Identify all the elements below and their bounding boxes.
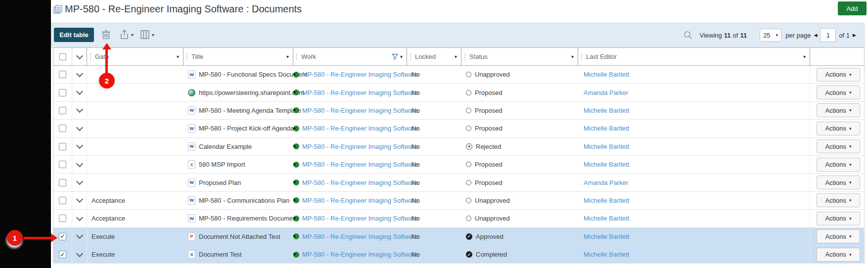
row-checkbox[interactable] (59, 143, 66, 150)
page-size-select[interactable]: 25 ▾ (760, 29, 781, 42)
xml-file-icon: X (188, 160, 195, 169)
row-checkbox[interactable] (59, 197, 66, 204)
row-expand-chevron-icon[interactable] (76, 160, 83, 167)
actions-button[interactable]: Actions ▾ (817, 122, 860, 135)
work-link[interactable]: MP-580 - Re-Engineer Imaging Software (302, 71, 418, 78)
row-checkbox[interactable] (59, 179, 66, 186)
globe-file-icon (188, 89, 195, 96)
row-checkbox-checked[interactable]: ✓ (59, 251, 66, 258)
last-editor-link[interactable]: Michelle Bartlett (584, 251, 629, 258)
edit-table-button[interactable]: Edit table (54, 28, 94, 42)
actions-button[interactable]: Actions ▾ (817, 229, 860, 243)
row-expand-chevron-icon[interactable] (76, 70, 83, 77)
annotation-step-1-balloon: 1 (7, 230, 23, 246)
sort-caret-icon[interactable]: ▾ (286, 54, 289, 59)
work-link[interactable]: MP-580 - Re-Engineer Imaging Software (302, 251, 418, 258)
table-toolbar: Edit table ▾ (51, 23, 865, 47)
delete-button[interactable] (101, 29, 111, 40)
actions-caret-icon: ▾ (849, 162, 852, 167)
actions-button[interactable]: Actions ▾ (817, 248, 860, 262)
work-link[interactable]: MP-580 - Re-Engineer Imaging Software (302, 107, 418, 114)
actions-button[interactable]: Actions ▾ (817, 212, 860, 225)
sort-caret-icon[interactable]: ▾ (177, 54, 179, 59)
row-expand-chevron-icon[interactable] (76, 142, 83, 149)
row-checkbox[interactable] (59, 161, 66, 168)
sort-caret-icon[interactable]: ▾ (803, 54, 806, 59)
actions-button[interactable]: Actions ▾ (817, 176, 860, 189)
add-button[interactable]: Add (838, 1, 867, 15)
document-title: MP-580 - Meeting Agenda Template (199, 107, 301, 114)
last-editor-link[interactable]: Michelle Bartlett (584, 197, 629, 204)
search-icon[interactable] (683, 30, 693, 40)
filter-icon[interactable] (392, 53, 398, 60)
status-open-icon (466, 90, 471, 95)
word-file-icon: W (188, 179, 195, 187)
row-expand-chevron-icon[interactable] (76, 214, 83, 221)
column-header-gate[interactable]: Gate ▾ (87, 48, 183, 65)
column-header-work[interactable]: Work ▾ (293, 48, 407, 65)
status-open-icon (466, 108, 471, 113)
column-header-last-editor[interactable]: Last Editor ▾ (578, 48, 810, 65)
last-editor-link[interactable]: Amanda Parker (584, 179, 628, 186)
last-editor-link[interactable]: Michelle Bartlett (584, 161, 629, 168)
last-editor-link[interactable]: Michelle Bartlett (584, 125, 629, 132)
actions-button[interactable]: Actions ▾ (817, 86, 860, 99)
work-link[interactable]: MP-580 - Re-Engineer Imaging Software (302, 143, 418, 150)
table-row: ✓ Execute P Document Not Attached Test M… (53, 228, 864, 246)
gate-cell: Execute (91, 233, 115, 240)
row-checkbox[interactable] (59, 125, 66, 132)
work-link[interactable]: MP-580 - Re-Engineer Imaging Software (302, 161, 418, 168)
next-page-icon[interactable]: ▶ (853, 33, 856, 38)
last-editor-link[interactable]: Michelle Bartlett (584, 143, 629, 150)
columns-button[interactable]: ▾ (139, 29, 154, 40)
sort-caret-icon[interactable]: ▾ (455, 54, 457, 59)
last-editor-link[interactable]: Michelle Bartlett (584, 215, 629, 222)
select-all-checkbox[interactable] (53, 48, 72, 65)
row-checkbox[interactable] (59, 71, 66, 78)
work-link[interactable]: MP-580 - Re-Engineer Imaging Software (302, 89, 418, 96)
column-header-status[interactable]: Status ▾ (461, 48, 578, 65)
actions-button[interactable]: Actions ▾ (817, 68, 860, 82)
table-row: W Proposed Plan MP-580 - Re-Engineer Ima… (53, 174, 864, 191)
last-editor-link[interactable]: Michelle Bartlett (584, 71, 629, 78)
column-header-title[interactable]: Title ▾ (183, 48, 293, 65)
row-checkbox[interactable] (59, 89, 66, 96)
page-number-input[interactable]: 1 (820, 28, 836, 42)
column-header-locked[interactable]: Locked ▾ (407, 48, 461, 65)
actions-button[interactable]: Actions ▾ (817, 103, 860, 117)
row-expand-chevron-icon[interactable] (76, 250, 83, 257)
prev-page-icon[interactable]: ◀ (814, 33, 817, 38)
work-link[interactable]: MP-580 - Re-Engineer Imaging Software (302, 197, 418, 204)
row-checkbox-checked[interactable]: ✓ (59, 233, 66, 240)
last-editor-link[interactable]: Amanda Parker (584, 89, 628, 96)
sort-caret-icon[interactable]: ▾ (400, 54, 403, 59)
annotation-arrow-2-shaft (105, 49, 108, 74)
row-checkbox[interactable] (59, 215, 66, 222)
work-link[interactable]: MP-580 - Re-Engineer Imaging Software (302, 215, 418, 222)
word-file-icon: W (188, 142, 195, 151)
work-link[interactable]: MP-580 - Re-Engineer Imaging Software (302, 179, 418, 186)
actions-button[interactable]: Actions ▾ (817, 193, 860, 207)
actions-button[interactable]: Actions ▾ (817, 139, 860, 153)
row-expand-chevron-icon[interactable] (76, 88, 83, 95)
row-expand-chevron-icon[interactable] (76, 196, 83, 203)
row-checkbox[interactable] (59, 107, 66, 114)
actions-button[interactable]: Actions ▾ (817, 158, 860, 172)
expand-all-header[interactable] (72, 48, 87, 65)
last-editor-link[interactable]: Michelle Bartlett (584, 107, 629, 114)
work-link[interactable]: MP-580 - Re-Engineer Imaging Software (302, 233, 418, 240)
work-link[interactable]: MP-580 - Re-Engineer Imaging Software (302, 125, 418, 132)
table-row: W Calendar Example MP-580 - Re-Engineer … (53, 138, 864, 156)
document-title: Document Test (199, 251, 241, 258)
gate-cell: Acceptance (91, 215, 125, 222)
drag-handle-icon (186, 53, 188, 60)
row-expand-chevron-icon[interactable] (76, 178, 83, 185)
row-expand-chevron-icon[interactable] (76, 124, 83, 131)
document-title: Calendar Example (199, 143, 252, 150)
row-expand-chevron-icon[interactable] (76, 232, 83, 239)
last-editor-link[interactable]: Michelle Bartlett (584, 233, 629, 240)
annotation-arrow-1-head-icon (51, 233, 57, 242)
row-expand-chevron-icon[interactable] (76, 106, 83, 113)
export-button[interactable]: ▾ (119, 29, 134, 40)
sort-caret-icon[interactable]: ▾ (571, 54, 574, 59)
